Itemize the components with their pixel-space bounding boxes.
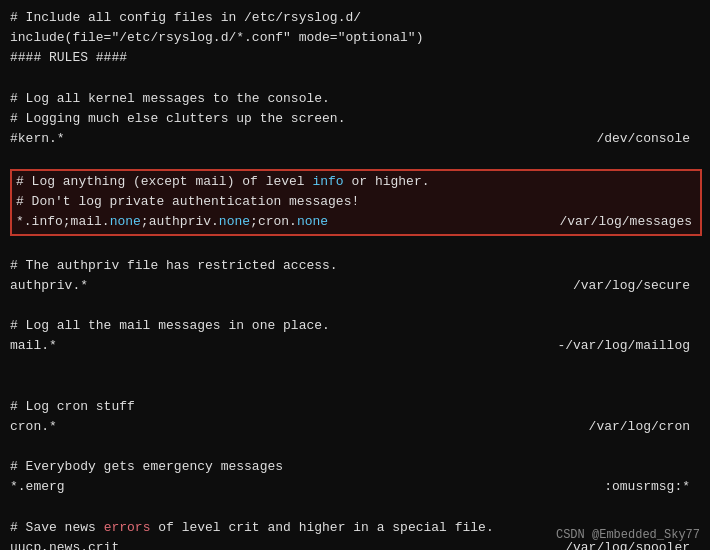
line-21-right: /var/log/cron (589, 417, 700, 437)
line-8 (10, 149, 700, 169)
line-23: # Everybody gets emergency messages (10, 457, 700, 477)
line-25 (10, 497, 700, 517)
line-3: #### RULES #### (10, 48, 700, 68)
line-7: #kern.* /dev/console (10, 129, 700, 149)
highlight-box: # Log anything (except mail) of level in… (10, 169, 702, 235)
line-26-errors: errors (104, 520, 151, 535)
line-22 (10, 437, 700, 457)
line-11-left: *.info;mail.none;authpriv.none;cron.none (16, 212, 328, 232)
line-1: # Include all config files in /etc/rsysl… (10, 8, 700, 28)
line-11-right: /var/log/messages (559, 212, 696, 232)
terminal: # Include all config files in /etc/rsysl… (0, 0, 710, 550)
line-5: # Log all kernel messages to the console… (10, 89, 700, 109)
watermark: CSDN @Embedded_Sky77 (556, 528, 700, 542)
line-14-right: /var/log/secure (573, 276, 700, 296)
line-10-text: # Don't log private authentication messa… (16, 192, 359, 212)
line-11: *.info;mail.none;authpriv.none;cron.none… (16, 212, 696, 232)
line-2: include(file="/etc/rsyslog.d/*.conf" mod… (10, 28, 700, 48)
line-9-text: # Log anything (except mail) of level in… (16, 172, 430, 192)
line-14: authpriv.* /var/log/secure (10, 276, 700, 296)
line-26-prefix: # Save news (10, 520, 104, 535)
line-19 (10, 377, 700, 397)
line-6: # Logging much else clutters up the scre… (10, 109, 700, 129)
line-17-left: mail.* (10, 336, 557, 356)
line-24-right: :omusrmsg:* (604, 477, 700, 497)
line-10: # Don't log private authentication messa… (16, 192, 696, 212)
line-21: cron.* /var/log/cron (10, 417, 700, 437)
line-12 (10, 236, 700, 256)
line-7-left: #kern.* (10, 129, 596, 149)
line-21-left: cron.* (10, 417, 589, 437)
line-16: # Log all the mail messages in one place… (10, 316, 700, 336)
line-17: mail.* -/var/log/maillog (10, 336, 700, 356)
line-14-left: authpriv.* (10, 276, 573, 296)
line-17-right: -/var/log/maillog (557, 336, 700, 356)
line-24: *.emerg :omusrmsg:* (10, 477, 700, 497)
line-15 (10, 296, 700, 316)
line-9: # Log anything (except mail) of level in… (16, 172, 696, 192)
line-4 (10, 68, 700, 88)
line-13: # The authpriv file has restricted acces… (10, 256, 700, 276)
line-7-right: /dev/console (596, 129, 700, 149)
line-20: # Log cron stuff (10, 397, 700, 417)
line-27-left: uucp,news.crit (10, 538, 565, 550)
line-18 (10, 356, 700, 376)
line-26-suffix: of level crit and higher in a special fi… (150, 520, 493, 535)
line-24-left: *.emerg (10, 477, 604, 497)
